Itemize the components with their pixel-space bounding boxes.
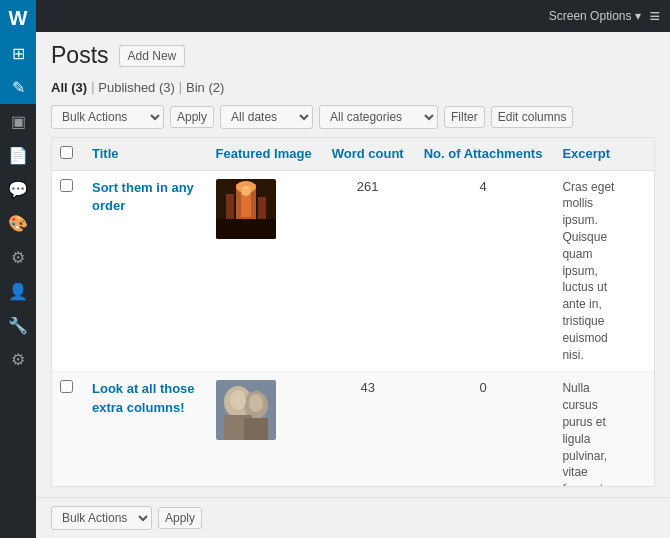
svg-rect-5 [258,197,266,219]
row1-extra-cell [634,170,654,372]
svg-point-14 [249,394,263,412]
sidebar-item-settings[interactable]: ⚙ [0,342,36,376]
filter-bar: Bulk Actions Apply All dates All categor… [51,105,655,129]
sidebar: W ⊞ ✎ ▣ 📄 💬 🎨 ⚙ 👤 🔧 ⚙ [0,0,36,538]
row2-checkbox[interactable] [60,380,73,393]
sidebar-item-dashboard[interactable]: ⊞ [0,36,36,70]
date-filter-select[interactable]: All dates [220,105,313,129]
header-extra [634,138,654,171]
row2-title-cell: Look at all those extra columns! [82,372,206,487]
row2-attachments-cell: 0 [414,372,553,487]
screen-options-label: Screen Options [549,9,632,23]
header-title: Title [82,138,206,171]
row2-title-link[interactable]: Look at all those extra columns! [92,380,196,416]
add-new-button[interactable]: Add New [119,45,186,67]
row1-attachments-cell: 4 [414,170,553,372]
tools-icon: 🔧 [8,316,28,335]
row1-excerpt-cell: Cras eget mollis ipsum. Quisque quam ips… [552,170,634,372]
filter-button[interactable]: Filter [444,106,485,128]
screen-options-button[interactable]: Screen Options ▾ [549,9,642,23]
comments-icon: 💬 [8,180,28,199]
row2-extra-cell [634,372,654,487]
featured-image-sort-link[interactable]: Featured Image [216,146,312,161]
row1-title-cell: Sort them in any order [82,170,206,372]
row1-checkbox-cell [52,170,82,372]
svg-rect-6 [216,219,276,239]
table-row: Look at all those extra columns! [52,372,654,487]
table-header-row: Title Featured Image Word count No. of A… [52,138,654,171]
pages-icon: 📄 [8,146,28,165]
row2-checkbox-cell [52,372,82,487]
tab-navigation: All (3) | Published (3) | Bin (2) [51,78,655,97]
top-bar: Screen Options ▾ ≡ [36,0,670,32]
header-checkbox-cell [52,138,82,171]
page-title-row: Posts Add New [51,42,655,70]
svg-rect-12 [244,418,268,440]
category-filter-select[interactable]: All categories [319,105,438,129]
sidebar-item-pages[interactable]: 📄 [0,138,36,172]
wp-logo[interactable]: W [0,0,36,36]
row2-featured-image [216,380,276,440]
row2-image-cell [206,372,322,487]
svg-point-13 [230,390,246,410]
sidebar-item-users[interactable]: 👤 [0,274,36,308]
apply-bulk-button[interactable]: Apply [170,106,214,128]
table-row: Sort them in any order [52,170,654,372]
sidebar-item-tools[interactable]: 🔧 [0,308,36,342]
row1-checkbox[interactable] [60,179,73,192]
plugins-icon: ⚙ [11,248,25,267]
tab-published[interactable]: Published (3) [98,78,175,97]
row1-image-cell [206,170,322,372]
tab-sep-2: | [179,80,182,94]
footer-bulk-actions-select[interactable]: Bulk Actions [51,506,152,530]
appearance-icon: 🎨 [8,214,28,233]
dashboard-icon: ⊞ [12,44,25,63]
media-icon: ▣ [11,112,26,131]
wp-icon: W [9,7,28,30]
main-area: Screen Options ▾ ≡ Posts Add New All (3)… [36,0,670,538]
sidebar-item-appearance[interactable]: 🎨 [0,206,36,240]
content-area: Posts Add New All (3) | Published (3) | … [36,32,670,497]
attachments-sort-link[interactable]: No. of Attachments [424,146,543,161]
row2-excerpt-cell: Nulla cursus purus et ligula pulvinar, v… [552,372,634,487]
row2-wordcount-cell: 43 [322,372,414,487]
tab-all[interactable]: All (3) [51,78,87,97]
users-icon: 👤 [8,282,28,301]
row1-wordcount-cell: 261 [322,170,414,372]
posts-table: Title Featured Image Word count No. of A… [52,138,654,487]
posts-table-wrapper: Title Featured Image Word count No. of A… [51,137,655,487]
sidebar-item-posts[interactable]: ✎ [0,70,36,104]
sidebar-item-media[interactable]: ▣ [0,104,36,138]
settings-icon: ⚙ [11,350,25,369]
footer-apply-button[interactable]: Apply [158,507,202,529]
header-attachments: No. of Attachments [414,138,553,171]
header-word-count: Word count [322,138,414,171]
sidebar-item-comments[interactable]: 💬 [0,172,36,206]
tab-bin[interactable]: Bin (2) [186,78,224,97]
excerpt-sort-link[interactable]: Excerpt [562,146,610,161]
chevron-down-icon: ▾ [635,9,641,23]
bulk-actions-select[interactable]: Bulk Actions [51,105,164,129]
tab-sep-1: | [91,80,94,94]
sidebar-item-plugins[interactable]: ⚙ [0,240,36,274]
svg-rect-4 [226,194,234,219]
word-count-sort-link[interactable]: Word count [332,146,404,161]
header-featured-image: Featured Image [206,138,322,171]
page-title: Posts [51,42,109,70]
title-sort-link[interactable]: Title [92,146,119,161]
footer-bar: Bulk Actions Apply [36,497,670,538]
edit-columns-button[interactable]: Edit columns [491,106,574,128]
header-excerpt: Excerpt [552,138,634,171]
row1-title-link[interactable]: Sort them in any order [92,179,196,215]
row1-featured-image [216,179,276,239]
select-all-checkbox[interactable] [60,146,73,159]
list-view-icon[interactable]: ≡ [649,6,660,27]
posts-icon: ✎ [12,78,25,97]
svg-point-7 [241,186,251,196]
